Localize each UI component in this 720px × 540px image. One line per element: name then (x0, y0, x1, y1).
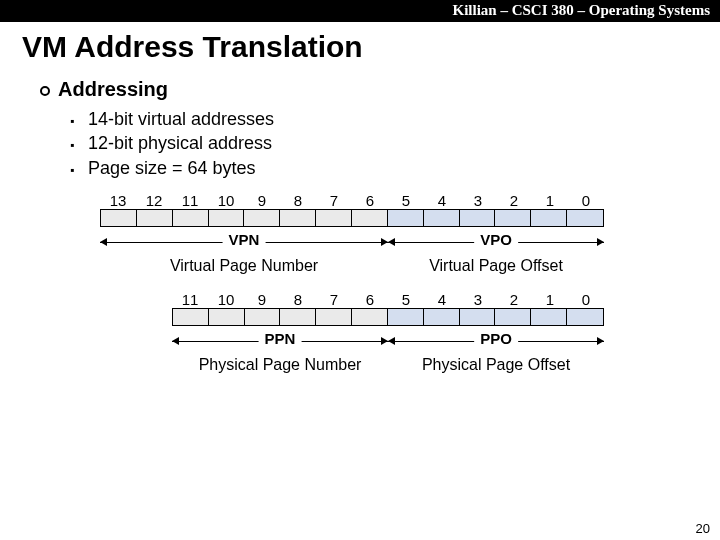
bit-num: 8 (280, 192, 316, 209)
bit-cell (495, 210, 531, 226)
bit-cell (424, 309, 460, 325)
bit-cell (388, 210, 424, 226)
ppo-range: PPO (388, 332, 604, 350)
ppo-label: PPO (474, 330, 518, 347)
bit-num: 9 (244, 192, 280, 209)
vpo-label: VPO (474, 231, 518, 248)
vpn-range: VPN (100, 233, 388, 251)
ppn-desc: Physical Page Number (172, 356, 388, 374)
slide-header: Killian – CSCI 380 – Operating Systems (0, 0, 720, 22)
bullet-item: 14-bit virtual addresses (70, 107, 720, 131)
bit-cell (352, 309, 388, 325)
bit-cell (460, 309, 496, 325)
physical-desc-row: Physical Page Number Physical Page Offse… (172, 356, 604, 374)
bit-num: 2 (496, 291, 532, 308)
bit-cell (460, 210, 496, 226)
bit-cell (209, 309, 245, 325)
physical-bit-cells (172, 308, 604, 326)
physical-bit-numbers: 11 10 9 8 7 6 5 4 3 2 1 0 (172, 291, 720, 308)
bit-num: 4 (424, 192, 460, 209)
bit-num: 5 (388, 291, 424, 308)
bit-num: 7 (316, 291, 352, 308)
virtual-bit-numbers: 13 12 11 10 9 8 7 6 5 4 3 2 1 0 (100, 192, 720, 209)
bit-num: 1 (532, 291, 568, 308)
vpn-desc: Virtual Page Number (100, 257, 388, 275)
bit-cell (567, 210, 603, 226)
bit-num: 10 (208, 192, 244, 209)
ppn-range: PPN (172, 332, 388, 350)
bit-cell (209, 210, 245, 226)
bullet-ring-icon (40, 86, 50, 96)
bit-cell (352, 210, 388, 226)
physical-range-arrows: PPN PPO (172, 332, 604, 354)
bit-num: 8 (280, 291, 316, 308)
slide-content: Addressing 14-bit virtual addresses 12-b… (40, 78, 720, 374)
bit-num: 2 (496, 192, 532, 209)
vpo-range: VPO (388, 233, 604, 251)
bit-num: 11 (172, 192, 208, 209)
bit-num: 11 (172, 291, 208, 308)
bit-num: 10 (208, 291, 244, 308)
virtual-range-arrows: VPN VPO (100, 233, 604, 255)
bit-cell (388, 309, 424, 325)
bit-num: 1 (532, 192, 568, 209)
bit-num: 6 (352, 192, 388, 209)
ppn-label: PPN (259, 330, 302, 347)
virtual-desc-row: Virtual Page Number Virtual Page Offset (100, 257, 604, 275)
bit-cell (280, 210, 316, 226)
bit-num: 3 (460, 192, 496, 209)
bit-num: 7 (316, 192, 352, 209)
bit-cell (531, 210, 567, 226)
vpo-desc: Virtual Page Offset (388, 257, 604, 275)
bit-cell (173, 210, 209, 226)
bit-num: 6 (352, 291, 388, 308)
bullet-list: 14-bit virtual addresses 12-bit physical… (70, 107, 720, 180)
section-label: Addressing (58, 78, 168, 100)
bit-num: 9 (244, 291, 280, 308)
bit-num: 5 (388, 192, 424, 209)
vpn-label: VPN (223, 231, 266, 248)
bit-cell (101, 210, 137, 226)
bullet-item: 12-bit physical address (70, 131, 720, 155)
bit-cell (244, 210, 280, 226)
bit-cell (316, 210, 352, 226)
bit-num: 3 (460, 291, 496, 308)
page-number: 20 (696, 521, 710, 536)
slide-title: VM Address Translation (22, 30, 720, 64)
section-heading: Addressing (40, 78, 720, 101)
bit-cell (173, 309, 209, 325)
bit-cell (495, 309, 531, 325)
bit-num: 12 (136, 192, 172, 209)
bit-cell (245, 309, 281, 325)
bit-num: 13 (100, 192, 136, 209)
bit-cell (280, 309, 316, 325)
bit-cell (567, 309, 603, 325)
virtual-address-diagram: 13 12 11 10 9 8 7 6 5 4 3 2 1 0 (100, 192, 720, 275)
virtual-bit-cells (100, 209, 604, 227)
bit-cell (424, 210, 460, 226)
bit-cell (531, 309, 567, 325)
bit-cell (137, 210, 173, 226)
bit-num: 0 (568, 291, 604, 308)
bit-num: 0 (568, 192, 604, 209)
bullet-item: Page size = 64 bytes (70, 156, 720, 180)
physical-address-diagram: 11 10 9 8 7 6 5 4 3 2 1 0 (136, 291, 720, 374)
bit-num: 4 (424, 291, 460, 308)
ppo-desc: Physical Page Offset (388, 356, 604, 374)
bit-cell (316, 309, 352, 325)
